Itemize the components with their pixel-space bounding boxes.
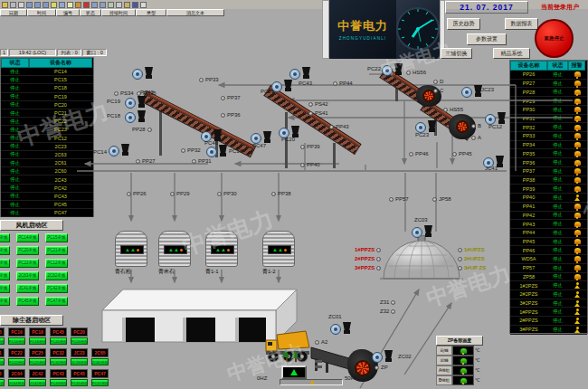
zp-temp-label: A绕组 (436, 365, 452, 375)
diagram-label-z31: Z31 (380, 299, 395, 305)
temp-unit: ℃ (474, 356, 480, 365)
status-dot-icon[interactable] (391, 309, 395, 314)
status-dot-icon[interactable] (389, 197, 394, 202)
fan-hopper-icon-zc01[interactable] (330, 322, 352, 336)
diagram-label-pp44: PP44 (333, 81, 353, 86)
silo-4[interactable]: ▲▲ (262, 231, 295, 267)
status-dot-icon[interactable] (409, 152, 413, 157)
fan-hopper-icon-zc02[interactable] (372, 350, 394, 364)
diagram-label-ps35: PS35 (137, 90, 156, 96)
status-dot-icon[interactable] (376, 257, 381, 261)
status-dot-icon[interactable] (433, 89, 438, 93)
diagram-label-ps41: PS41 (308, 110, 328, 116)
label-text: PC43 (299, 81, 312, 86)
status-dot-icon[interactable] (137, 91, 141, 96)
status-dot-icon[interactable] (114, 91, 119, 96)
silo-1[interactable]: ▲▲ (115, 231, 147, 267)
status-dot-icon[interactable] (333, 81, 337, 86)
diagram-label-pp33: PP33 (199, 77, 219, 82)
status-dot-icon[interactable] (221, 113, 225, 118)
fan-hopper-icon-pc21[interactable] (271, 80, 293, 93)
status-dot-icon[interactable] (458, 266, 462, 270)
silo-3-level-indicator: ▲▲ (211, 245, 234, 254)
status-dot-icon[interactable] (300, 163, 305, 167)
diagram-label-d: D (433, 79, 443, 84)
silo-1-label: 青石粉 (115, 268, 131, 276)
diagram-label-pc18: PC18 (107, 113, 120, 119)
status-dot-icon[interactable] (199, 78, 204, 82)
diagram-label-1upzs: 1#UPZS (458, 247, 485, 252)
label-text: PP39 (307, 144, 320, 149)
status-dot-icon[interactable] (391, 300, 395, 305)
label-text: A2 (321, 339, 327, 345)
diagram-label-0hz: 0HZ (257, 375, 267, 381)
status-dot-icon[interactable] (181, 148, 185, 153)
diagram-label-jp58: JP58 (432, 196, 451, 202)
diagram-label-pc12: PC12 (488, 124, 502, 129)
label-text: PC46 (204, 140, 218, 146)
status-dot-icon[interactable] (300, 145, 305, 149)
fan-hopper-icon-pc14[interactable] (109, 144, 130, 157)
diagram-label-pp36: PP36 (221, 112, 241, 118)
label-text: PP27 (142, 158, 156, 164)
fan-hopper-icon-zc03[interactable] (412, 225, 433, 239)
temp-unit: ℃ (474, 365, 480, 375)
label-text: ZC03 (414, 217, 428, 223)
label-text: PS42 (315, 101, 328, 107)
scada-main-screen: 日期时间编号状态持续时间类型消息文本 1 19:42 (LOC) 列表 : 0 … (0, 0, 588, 389)
diagram-label-pp57: PP57 (389, 196, 409, 202)
status-dot-icon[interactable] (329, 125, 334, 129)
status-dot-icon[interactable] (432, 197, 437, 202)
fan-hopper-icon-pc43[interactable] (289, 67, 311, 81)
status-dot-icon[interactable] (458, 257, 462, 261)
status-dot-icon[interactable] (192, 159, 196, 164)
status-dot-icon[interactable] (315, 340, 319, 345)
diagram-label-ps34: PS34 (114, 90, 134, 96)
label-text: Z31 (380, 299, 389, 305)
label-text: PP32 (187, 147, 201, 153)
diagram-label-50hz: 50HZ (345, 375, 358, 381)
fan-hopper-icon-pc16[interactable] (206, 145, 228, 158)
label-text: PP44 (339, 81, 353, 86)
fan-hopper-icon-pc18[interactable] (125, 110, 147, 124)
zp-temp-label: 前轴 (436, 346, 452, 356)
fan-hopper-icon-jc23[interactable] (461, 85, 483, 99)
diagram-label-pc23: PC23 (415, 132, 429, 138)
diagram-label-hs55: HS55 (443, 107, 463, 112)
label-text: ZC01 (328, 314, 342, 319)
fan-hopper-icon-pc22[interactable] (382, 63, 403, 77)
label-text: PP26 (133, 191, 147, 196)
status-dot-icon[interactable] (376, 248, 381, 252)
label-text: PP33 (205, 77, 219, 82)
status-dot-icon[interactable] (458, 248, 462, 252)
zp-table-title: ZP各部温度 (436, 336, 483, 346)
silo-2[interactable]: ▲▲ (158, 231, 191, 267)
status-dot-icon[interactable] (308, 102, 313, 107)
status-dot-icon[interactable] (136, 159, 140, 164)
status-dot-icon[interactable] (127, 192, 131, 196)
status-dot-icon[interactable] (217, 192, 222, 196)
silo-1-level-indicator: ▲▲ (120, 245, 144, 254)
diagram-label-zp: ZP (375, 365, 388, 370)
status-dot-icon[interactable] (443, 108, 448, 112)
status-dot-icon[interactable] (406, 71, 411, 75)
temp-unit: ℃ (474, 375, 480, 385)
status-dot-icon[interactable] (170, 192, 175, 196)
fan-hopper-icon-pc19[interactable] (125, 96, 147, 109)
status-dot-icon[interactable] (471, 136, 476, 140)
zp-temp-label: B绕组 (436, 375, 452, 385)
status-dot-icon[interactable] (471, 124, 476, 128)
fan-hopper-icon-pc42[interactable] (132, 67, 154, 81)
status-dot-icon[interactable] (375, 365, 379, 370)
status-dot-icon[interactable] (376, 266, 381, 270)
status-dot-icon[interactable] (433, 80, 438, 84)
status-dot-icon[interactable] (221, 96, 225, 100)
label-text: C (440, 88, 443, 93)
status-dot-icon[interactable] (452, 152, 457, 157)
status-dot-icon[interactable] (308, 111, 313, 116)
status-dot-icon[interactable] (147, 128, 152, 132)
zp-temp-row: 后轴℃ (436, 356, 483, 365)
silo-3[interactable]: ▲▲ (205, 231, 238, 267)
diagram-label-pc16: PC16 (229, 148, 242, 154)
status-dot-icon[interactable] (271, 192, 276, 196)
